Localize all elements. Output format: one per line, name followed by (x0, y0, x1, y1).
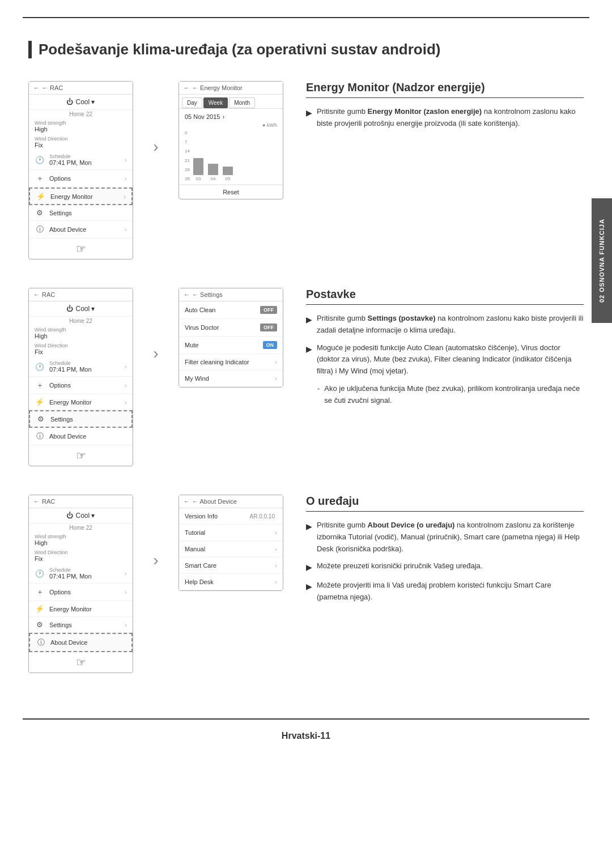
about-icon-3: ⓘ (36, 637, 46, 648)
virus-doctor-toggle[interactable]: OFF (260, 324, 277, 331)
side-tab-osnovna-funkcija: 02 OSNOVNA FUNKCIJA (592, 198, 612, 323)
settings-icon-2: ⚙ (36, 415, 46, 423)
desc-postavke: Postavke ▶ Pritisnite gumb Settings (pos… (295, 288, 584, 411)
energy-screen-header: ← ← Energy Monitor (179, 82, 283, 95)
rac-label-1: ← RAC (42, 84, 63, 91)
auto-clean-row[interactable]: Auto Clean OFF (179, 301, 283, 319)
phone-sub-3: Home 22 (29, 524, 133, 532)
bars-container: 03 04 05 (193, 130, 277, 181)
tab-week[interactable]: Week (203, 97, 228, 108)
energy-monitor-item-2[interactable]: ⚡ Energy Monitor › (29, 394, 133, 410)
about-icon-1: ⓘ (35, 224, 45, 235)
settings-item-1[interactable]: ⚙ Settings (29, 205, 133, 221)
manual-arrow: › (275, 546, 277, 552)
phone-header-3: ← RAC (29, 495, 133, 508)
section-postavke: ← RAC ⏻ Cool ▾ Home 22 Wind strength Hig… (28, 288, 584, 466)
cursor-1: ☞ (29, 239, 133, 259)
about-device-item-2[interactable]: ⓘ About Device (29, 428, 133, 445)
version-info-row: Version Info AR.0.0.10 (179, 508, 283, 525)
about-device-screen: ← ← About Device Version Info AR.0.0.10 … (178, 495, 283, 591)
tab-day[interactable]: Day (182, 97, 202, 108)
desc-energy: Energy Monitor (Nadzor energije) ▶ Priti… (295, 81, 584, 135)
y-axis: 35 28 21 14 7 0 (185, 130, 190, 181)
bar-value-04 (208, 164, 218, 175)
energy-tabs: Day Week Month (179, 95, 283, 109)
schedule-icon-2: 🕐 (35, 363, 45, 371)
energy-monitor-item-3[interactable]: ⚡ Energy Monitor (29, 601, 133, 617)
about-icon-2: ⓘ (35, 431, 45, 441)
section-title-o-uredjaju: O uređaju (306, 495, 584, 512)
back-arrow-3: ← (33, 498, 40, 505)
auto-clean-toggle[interactable]: OFF (260, 306, 277, 314)
phone-sub-1: Home 22 (29, 110, 133, 118)
desc-o-uredjaju: O uređaju ▶ Pritisnite gumb About Device… (295, 495, 584, 609)
schedule-item-3[interactable]: 🕐 Schedule 07:41 PM, Mon › (29, 564, 133, 584)
wind-strength-1: Wind strength High (29, 118, 133, 134)
date-chevron: › (222, 113, 224, 120)
back-arrow-settings: ← (184, 291, 190, 298)
filter-cleaning-arrow: › (275, 359, 277, 365)
help-desk-row[interactable]: Help Desk › (179, 574, 283, 590)
wind-strength-3: Wind strength High (29, 532, 133, 548)
about-screen-header: ← ← About Device (179, 495, 283, 508)
about-device-item-3[interactable]: ⓘ About Device (29, 633, 133, 652)
wind-direction-2: Wind Direction Fix (29, 341, 133, 357)
settings-item-2[interactable]: ⚙ Settings (29, 410, 133, 428)
phone-rac-menu-2: ← RAC ⏻ Cool ▾ Home 22 Wind strength Hig… (28, 288, 133, 466)
help-desk-arrow: › (275, 578, 277, 585)
wind-direction-1: Wind Direction Fix (29, 134, 133, 150)
arrow-1: › (144, 81, 167, 156)
mute-toggle[interactable]: ON (263, 341, 278, 349)
arrow-3: › (144, 495, 167, 569)
arrow-2: › (144, 288, 167, 363)
options-item-2[interactable]: ＋ Options › (29, 377, 133, 394)
energy-icon-3: ⚡ (35, 605, 45, 613)
settings-icon-3: ⚙ (35, 620, 45, 629)
bullet-arrow-p2: ▶ (306, 343, 312, 377)
about-arrow-1: › (125, 226, 127, 233)
energy-monitor-item-1[interactable]: ⚡ Energy Monitor › (29, 188, 133, 205)
manual-row[interactable]: Manual › (179, 541, 283, 558)
settings-screen-header: ← ← Settings (179, 288, 283, 301)
options-item-3[interactable]: ＋ Options › (29, 584, 133, 601)
power-icon-1: ⏻ (66, 98, 73, 106)
bullet-postavke-1: ▶ Pritisnite gumb Settings (postavke) na… (306, 313, 584, 337)
virus-doctor-row[interactable]: Virus Doctor OFF (179, 319, 283, 337)
wind-direction-3: Wind Direction Fix (29, 548, 133, 564)
smart-care-row[interactable]: Smart Care › (179, 558, 283, 574)
options-icon-1: ＋ (35, 173, 45, 184)
reset-button[interactable]: Reset (179, 185, 283, 199)
phone-sub-2: Home 22 (29, 317, 133, 325)
bullet-postavke-2: ▶ Moguće je podesiti funkcije Auto Clean… (306, 342, 584, 377)
bar-value-05 (223, 167, 233, 175)
filter-cleaning-row[interactable]: Filter cleaning Indicator › (179, 354, 283, 371)
energy-date: 05 Nov 2015 › (179, 109, 283, 122)
section-title-postavke: Postavke (306, 288, 584, 305)
section-energy-monitor: ← ← RAC ⏻ Cool ▾ Home 22 Wind strength H… (28, 81, 584, 259)
sub-bullet-postavke-1: - Ako je uključena funkcija Mute (bez zv… (306, 383, 584, 407)
tab-month[interactable]: Month (229, 97, 255, 108)
energy-arrow-1: › (124, 193, 126, 200)
my-wind-arrow: › (275, 375, 277, 382)
schedule-icon-1: 🕐 (35, 156, 45, 164)
cursor-2: ☞ (29, 445, 133, 466)
phone-header-2: ← RAC (29, 288, 133, 301)
bullet-arrow-1: ▶ (306, 107, 312, 130)
bullet-arrow-p1: ▶ (306, 313, 312, 337)
phone-rac-menu-1: ← ← RAC ⏻ Cool ▾ Home 22 Wind strength H… (28, 81, 133, 259)
tutorial-row[interactable]: Tutorial › (179, 525, 283, 541)
wind-strength-2: Wind strength High (29, 325, 133, 341)
schedule-item-2[interactable]: 🕐 Schedule 07:41 PM, Mon › (29, 357, 133, 377)
options-arrow-1: › (125, 175, 127, 182)
settings-item-3[interactable]: ⚙ Settings › (29, 617, 133, 633)
my-wind-row[interactable]: My Wind › (179, 371, 283, 387)
options-item-1[interactable]: ＋ Options › (29, 170, 133, 188)
page-footer: Hrvatski-11 (0, 720, 612, 758)
tutorial-arrow: › (275, 529, 277, 536)
back-arrow-energy: ← (184, 84, 190, 91)
schedule-item-1[interactable]: 🕐 Schedule 07:41 PM, Mon › (29, 150, 133, 170)
mute-row[interactable]: Mute ON (179, 337, 283, 354)
bar-value-03 (193, 158, 203, 175)
bar-05: 05 (223, 167, 233, 181)
about-device-item-1[interactable]: ⓘ About Device › (29, 221, 133, 239)
